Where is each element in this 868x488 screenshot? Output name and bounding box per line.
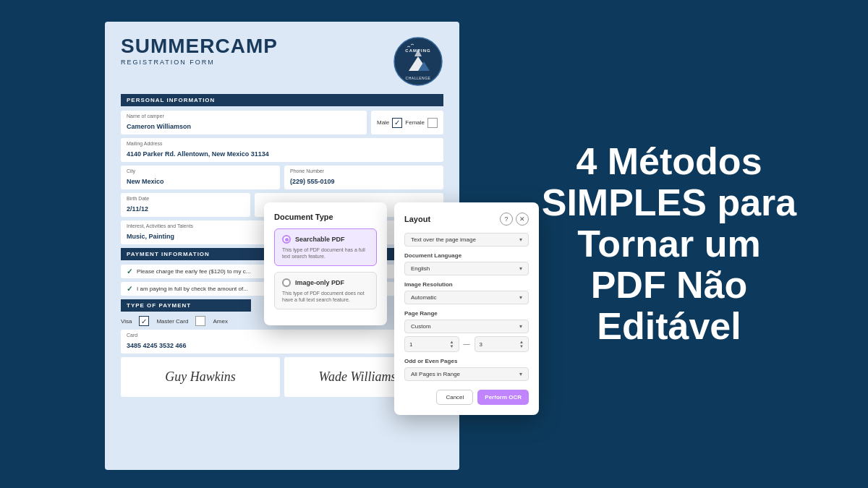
name-label: Name of camper [127, 114, 361, 119]
image-radio [282, 278, 291, 287]
name-row: Name of camper Cameron Williamson Male ✓… [121, 111, 443, 134]
headline-line5: Editável [542, 306, 797, 347]
city-field: City New Mexico [121, 166, 280, 189]
left-panel: SUMMERCAMP REGISTRATION FORM CAMPING CHA… [0, 0, 470, 488]
birth-value: 2/11/12 [127, 205, 148, 213]
odd-even-select[interactable]: All Pages in Range ▾ [404, 367, 529, 381]
ocr-icons: ? ✕ [500, 213, 529, 226]
address-label: Mailing Address [127, 141, 438, 146]
language-arrow: ▾ [519, 265, 522, 272]
mastercard-checkbox[interactable] [195, 316, 205, 326]
cancel-button[interactable]: Cancel [436, 390, 473, 405]
headline-line4: PDF Não [542, 265, 797, 306]
resolution-value: Automatic [411, 294, 437, 301]
page-range-label: Page Range [404, 310, 529, 317]
camping-logo: CAMPING CHALLENGE [393, 36, 443, 87]
language-label: Document Language [404, 252, 529, 259]
city-label: City [127, 168, 274, 174]
mastercard-label: Master Card [156, 318, 188, 325]
searchable-pdf-title: Searchable PDF [295, 236, 345, 243]
resolution-select[interactable]: Automatic ▾ [404, 291, 529, 304]
headline-line3: Tornar um [542, 223, 797, 265]
page-range-inputs: 1 ▲▼ — 3 ▲▼ [404, 336, 529, 352]
document-type-title: Document Type [274, 213, 377, 221]
page-range-value: Custom [411, 323, 431, 330]
interest-value: Music, Painting [127, 233, 174, 240]
close-icon[interactable]: ✕ [516, 213, 529, 226]
svg-text:CHALLENGE: CHALLENGE [406, 76, 431, 80]
card-label: Card [127, 333, 438, 338]
page-to-arrows[interactable]: ▲▼ [519, 340, 524, 348]
language-value: English [411, 265, 430, 272]
headline-line1: 4 Métodos [542, 141, 797, 182]
ocr-settings-dialog: Layout ? ✕ Text over the page image ▾ Do… [394, 202, 539, 415]
page-range-select[interactable]: Custom ▾ [404, 320, 529, 333]
layout-select[interactable]: Text over the page image ▾ [404, 233, 529, 247]
phone-field: Phone Number (229) 555-0109 [284, 166, 443, 189]
ocr-footer: Cancel Perform OCR [404, 390, 529, 405]
phone-value: (229) 555-0109 [290, 178, 335, 185]
ocr-title: Layout [404, 215, 430, 223]
male-checkbox[interactable]: ✓ [392, 118, 402, 128]
gender-female-label: Female [405, 119, 425, 126]
female-checkbox[interactable] [427, 118, 438, 128]
layout-arrow: ▾ [519, 236, 522, 243]
help-icon[interactable]: ? [500, 213, 513, 226]
payment1-text: Please charge the early fee ($120) to my… [137, 268, 250, 275]
layout-value: Text over the page image [411, 236, 476, 243]
image-only-title: Image-only PDF [295, 279, 344, 286]
visa-label: Visa [121, 318, 132, 325]
address-row: Mailing Address 4140 Parker Rd. Allentow… [121, 138, 443, 162]
form-header: SUMMERCAMP REGISTRATION FORM CAMPING CHA… [121, 36, 443, 87]
visa-checkbox[interactable]: ✓ [139, 316, 149, 326]
page-range-arrow: ▾ [519, 323, 522, 330]
form-title-block: SUMMERCAMP REGISTRATION FORM [121, 36, 278, 66]
page-from-arrows[interactable]: ▲▼ [450, 340, 454, 348]
page-to-value: 3 [480, 341, 482, 348]
address-field: Mailing Address 4140 Parker Rd. Allentow… [121, 138, 443, 162]
gender-group: Male ✓ Female [371, 111, 443, 134]
image-option-header: Image-only PDF [282, 278, 369, 287]
odd-even-arrow: ▾ [519, 371, 522, 377]
perform-ocr-button[interactable]: Perform OCR [477, 390, 529, 405]
searchable-option-header: Searchable PDF [282, 235, 369, 244]
signature-1: Guy Hawkins [165, 369, 236, 385]
resolution-arrow: ▾ [519, 294, 522, 301]
city-value: New Mexico [127, 178, 164, 185]
searchable-pdf-desc: This type of PDF document has a full tex… [282, 247, 369, 260]
page-to-input[interactable]: 3 ▲▼ [475, 336, 529, 352]
document-type-dialog: Document Type Searchable PDF This type o… [264, 202, 387, 325]
payment2-text: I am paying in full by check the amount … [137, 286, 248, 292]
form-subtitle: REGISTRATION FORM [121, 59, 278, 66]
gender-male-label: Male [377, 119, 389, 126]
address-value: 4140 Parker Rd. Allentown, New Mexico 31… [127, 150, 269, 158]
birth-label: Birth Date [127, 196, 244, 201]
page-from-input[interactable]: 1 ▲▼ [404, 336, 459, 352]
card-value: 3485 4245 3532 466 [127, 342, 187, 349]
image-only-desc: This type of PDF document does not have … [282, 290, 369, 303]
payment1-check: ✓ [127, 267, 132, 275]
type-payment-header: TYPE OF PAYMENT [121, 299, 251, 312]
searchable-pdf-option[interactable]: Searchable PDF This type of PDF document… [274, 228, 377, 266]
resolution-label: Image Resolution [404, 281, 529, 288]
amex-label: Amex [213, 318, 227, 325]
name-field: Name of camper Cameron Williamson [121, 111, 367, 134]
language-select[interactable]: English ▾ [404, 262, 529, 275]
form-title: SUMMERCAMP [121, 36, 278, 56]
personal-info-header: PERSONAL INFORMATION [121, 94, 443, 106]
image-only-pdf-option[interactable]: Image-only PDF This type of PDF document… [274, 272, 377, 309]
phone-label: Phone Number [290, 168, 438, 174]
odd-even-label: Odd or Even Pages [404, 358, 529, 364]
city-phone-row: City New Mexico Phone Number (229) 555-0… [121, 166, 443, 189]
name-value: Cameron Williamson [127, 123, 191, 130]
headline: 4 Métodos SIMPLES para Tornar um PDF Não… [542, 141, 797, 348]
range-dash: — [464, 341, 470, 348]
odd-even-value: All Pages in Range [411, 371, 460, 377]
signature-box-1: Guy Hawkins [121, 357, 280, 397]
birth-field: Birth Date 2/11/12 [121, 193, 250, 217]
ocr-header: Layout ? ✕ [404, 213, 529, 226]
headline-line2: SIMPLES para [542, 182, 797, 223]
page-from-value: 1 [409, 341, 412, 348]
searchable-radio [282, 235, 291, 244]
payment2-check: ✓ [127, 285, 132, 293]
